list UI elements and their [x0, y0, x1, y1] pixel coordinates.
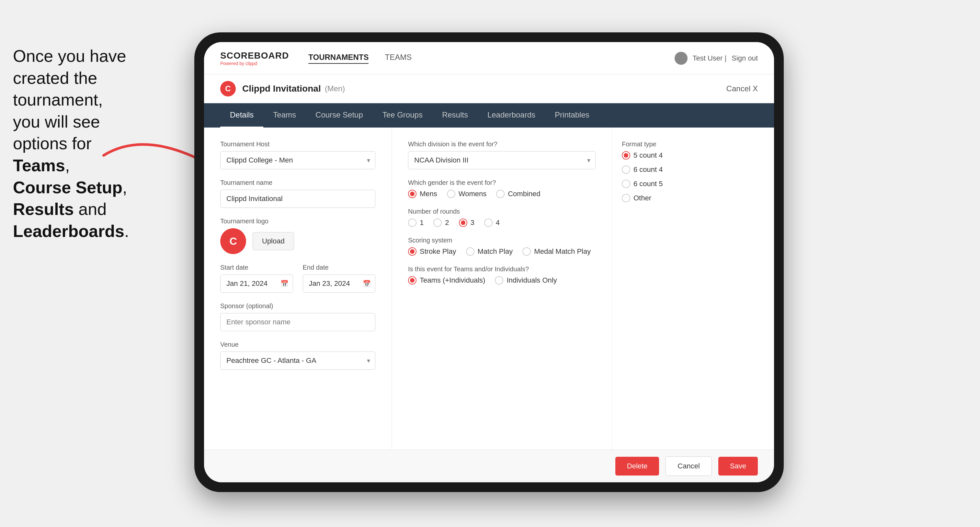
- scoring-medal-match-play[interactable]: Medal Match Play: [522, 247, 591, 256]
- venue-label: Venue: [220, 341, 375, 348]
- rounds-1-radio[interactable]: [408, 219, 417, 227]
- nav-links: TOURNAMENTS TEAMS: [308, 53, 674, 64]
- delete-button[interactable]: Delete: [615, 457, 659, 476]
- sign-out-link[interactable]: Sign out: [732, 54, 758, 62]
- tournament-host-select[interactable]: Clippd College - Men ▾: [220, 151, 375, 169]
- gender-field: Which gender is the event for? Mens Wome…: [408, 179, 596, 198]
- tab-details[interactable]: Details: [220, 103, 263, 127]
- rounds-1-label: 1: [420, 219, 423, 227]
- upload-button[interactable]: Upload: [253, 232, 294, 250]
- cancel-button[interactable]: Cancel: [665, 456, 711, 476]
- end-date-field: End date 📅: [303, 264, 375, 293]
- tournament-host-label: Tournament Host: [220, 140, 375, 148]
- top-right: Test User | Sign out: [675, 52, 758, 65]
- scoring-stroke-play-label: Stroke Play: [420, 247, 456, 256]
- format-other-radio[interactable]: [622, 194, 630, 202]
- rounds-3[interactable]: 3: [459, 219, 474, 227]
- scoring-field: Scoring system Stroke Play Match Play: [408, 237, 596, 256]
- bold-leaderboards: Leaderboards: [13, 222, 124, 241]
- tab-bar: Details Teams Course Setup Tee Groups Re…: [204, 103, 774, 127]
- tab-course-setup[interactable]: Course Setup: [306, 103, 373, 127]
- user-text: Test User |: [693, 54, 727, 62]
- tournament-title: Clippd Invitational: [242, 84, 321, 94]
- end-date-input-wrap: 📅: [303, 275, 375, 293]
- rounds-1[interactable]: 1: [408, 219, 423, 227]
- gender-combined-radio[interactable]: [496, 190, 504, 198]
- save-button[interactable]: Save: [718, 457, 758, 476]
- individuals-only-radio[interactable]: [495, 276, 503, 284]
- rounds-3-label: 3: [471, 219, 474, 227]
- rounds-2-label: 2: [445, 219, 449, 227]
- rounds-4-radio[interactable]: [484, 219, 493, 227]
- tab-teams[interactable]: Teams: [263, 103, 306, 127]
- nav-tournaments[interactable]: TOURNAMENTS: [308, 53, 369, 64]
- start-date-field: Start date 📅: [220, 264, 293, 293]
- format-6count4[interactable]: 6 count 4: [622, 165, 725, 174]
- gender-label: Which gender is the event for?: [408, 179, 596, 186]
- format-6count5[interactable]: 6 count 5: [622, 179, 725, 188]
- tab-leaderboards[interactable]: Leaderboards: [478, 103, 545, 127]
- rounds-2[interactable]: 2: [433, 219, 449, 227]
- sponsor-field: Sponsor (optional): [220, 302, 375, 331]
- gender-mens-label: Mens: [420, 190, 437, 198]
- scoring-medal-match-play-radio[interactable]: [522, 247, 531, 256]
- scoring-match-play-label: Match Play: [478, 247, 513, 256]
- gender-mens[interactable]: Mens: [408, 190, 437, 198]
- format-panel: Format type 5 count 4 6 count 4 6 count …: [612, 127, 735, 450]
- scoring-match-play[interactable]: Match Play: [466, 247, 513, 256]
- division-select[interactable]: NCAA Division III ▾: [408, 151, 596, 169]
- scoring-stroke-play-radio[interactable]: [408, 247, 417, 256]
- tab-printables[interactable]: Printables: [545, 103, 599, 127]
- rounds-radio-group: 1 2 3 4: [408, 219, 596, 227]
- format-other[interactable]: Other: [622, 194, 725, 202]
- format-6count4-label: 6 count 4: [633, 165, 663, 174]
- calendar-icon: 📅: [280, 280, 288, 287]
- cancel-tournament[interactable]: Cancel X: [726, 84, 758, 93]
- format-6count5-radio[interactable]: [622, 179, 630, 188]
- tournament-logo-field: Tournament logo C Upload: [220, 217, 375, 254]
- end-date-label: End date: [303, 264, 375, 271]
- rounds-label: Number of rounds: [408, 208, 596, 215]
- gender-mens-radio[interactable]: [408, 190, 417, 198]
- gender-womens-radio[interactable]: [447, 190, 455, 198]
- rounds-2-radio[interactable]: [433, 219, 442, 227]
- venue-value: Peachtree GC - Atlanta - GA: [220, 352, 375, 370]
- tournament-name-input[interactable]: [220, 190, 375, 208]
- individuals-only-label: Individuals Only: [506, 276, 557, 284]
- sponsor-input[interactable]: [220, 313, 375, 331]
- format-6count5-label: 6 count 5: [633, 179, 663, 188]
- venue-select[interactable]: Peachtree GC - Atlanta - GA ▾: [220, 352, 375, 370]
- tablet-screen: SCOREBOARD Powered by clippd TOURNAMENTS…: [204, 42, 774, 483]
- tournament-subtitle: (Men): [325, 84, 345, 93]
- tablet-frame: SCOREBOARD Powered by clippd TOURNAMENTS…: [194, 32, 784, 492]
- tab-results[interactable]: Results: [432, 103, 478, 127]
- team-individual-radio-group: Teams (+Individuals) Individuals Only: [408, 276, 596, 284]
- start-date-input-wrap: 📅: [220, 275, 293, 293]
- format-5count4[interactable]: 5 count 4: [622, 151, 725, 160]
- nav-teams[interactable]: TEAMS: [385, 53, 412, 64]
- main-content: Tournament Host Clippd College - Men ▾ T…: [204, 127, 774, 450]
- action-bar: Delete Cancel Save: [204, 450, 774, 483]
- scoring-medal-match-play-label: Medal Match Play: [534, 247, 591, 256]
- logo-sub: Powered by clippd: [220, 61, 289, 66]
- teams-individuals[interactable]: Teams (+Individuals): [408, 276, 485, 284]
- bold-results: Results: [13, 200, 74, 219]
- scoring-match-play-radio[interactable]: [466, 247, 474, 256]
- tab-tee-groups[interactable]: Tee Groups: [373, 103, 432, 127]
- tournament-name-label: Tournament name: [220, 179, 375, 186]
- scoring-stroke-play[interactable]: Stroke Play: [408, 247, 456, 256]
- format-5count4-radio[interactable]: [622, 151, 630, 160]
- individuals-only[interactable]: Individuals Only: [495, 276, 557, 284]
- left-form-panel: Tournament Host Clippd College - Men ▾ T…: [204, 127, 392, 450]
- format-6count4-radio[interactable]: [622, 165, 630, 174]
- teams-individuals-label: Teams (+Individuals): [420, 276, 485, 284]
- rounds-3-radio[interactable]: [459, 219, 467, 227]
- team-individual-field: Is this event for Teams and/or Individua…: [408, 265, 596, 284]
- rounds-4[interactable]: 4: [484, 219, 500, 227]
- gender-womens[interactable]: Womens: [447, 190, 487, 198]
- teams-individuals-radio[interactable]: [408, 276, 417, 284]
- top-navigation: SCOREBOARD Powered by clippd TOURNAMENTS…: [204, 42, 774, 75]
- gender-combined[interactable]: Combined: [496, 190, 540, 198]
- logo-text: SCOREBOARD: [220, 51, 289, 61]
- calendar-icon-end: 📅: [363, 280, 371, 287]
